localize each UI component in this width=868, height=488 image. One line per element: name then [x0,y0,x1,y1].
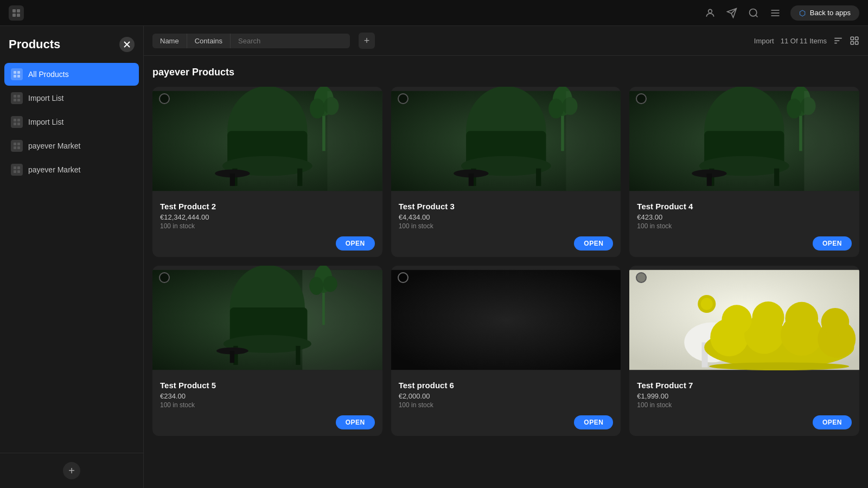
product-image-svg-p7 [629,266,859,374]
product-stock-p3: 100 in stock [399,222,614,230]
svg-rect-18 [14,95,16,98]
product-info-p4: Test Product 4 €423.00 100 in stock [629,195,859,236]
open-product-button-p6[interactable]: OPEN [574,415,613,429]
product-stock-p7: 100 in stock [637,401,852,409]
search-icon[interactable] [747,7,760,20]
sidebar: Products All Products [0,26,144,488]
sidebar-title: Products [9,37,60,52]
svg-rect-30 [14,166,16,169]
filter-group: Name Contains [152,34,350,48]
product-stock-p4: 100 in stock [637,222,852,230]
toolbar-right: Import 11 Of 11 Items [754,36,859,46]
sidebar-footer: + [0,453,143,488]
sidebar-header: Products [0,26,143,61]
import-button[interactable]: Import [754,37,774,45]
product-card-p5[interactable]: Test Product 5 €234.00 100 in stock OPEN [152,266,382,436]
product-card-p6[interactable]: Test product 6 €2,000.00 100 in stock OP… [391,266,621,436]
svg-rect-38 [856,37,858,40]
product-card-p2[interactable]: Test Product 2 €12,342,444.00 100 in sto… [152,87,382,257]
svg-rect-32 [14,170,16,173]
svg-point-109 [752,301,784,333]
sidebar-item-label: All Products [28,70,69,79]
content-area: Name Contains + Import 11 Of 11 Items [144,26,868,488]
product-image-p6 [391,266,621,374]
product-name-p3: Test Product 3 [399,202,614,211]
svg-rect-19 [17,95,20,98]
open-product-button-p4[interactable]: OPEN [813,236,852,251]
svg-point-7 [749,9,756,16]
svg-rect-82 [805,91,859,191]
svg-rect-47 [297,169,302,186]
menu-icon[interactable] [769,7,782,20]
sort-button[interactable] [833,36,843,46]
product-checkbox-p6[interactable] [398,272,409,283]
open-product-button-p5[interactable]: OPEN [336,415,375,429]
svg-rect-98 [391,270,621,370]
svg-rect-22 [14,119,16,121]
product-info-p7: Test Product 7 €1,999.00 100 in stock [629,374,859,415]
svg-rect-31 [17,166,20,169]
sidebar-item-import-list-2[interactable]: Import List [4,111,139,133]
product-name-p6: Test product 6 [399,381,614,390]
sidebar-item-all-products[interactable]: All Products [4,63,139,86]
back-to-apps-button[interactable]: ⬡ Back to apps [790,5,859,21]
product-stock-p6: 100 in stock [399,401,614,409]
product-image-p4 [629,87,859,195]
products-grid: Test Product 2 €12,342,444.00 100 in sto… [152,87,859,436]
svg-point-94 [323,276,337,292]
product-name-p2: Test Product 2 [160,202,375,211]
user-icon[interactable] [704,7,717,20]
grid-view-button[interactable] [850,36,859,46]
svg-rect-14 [14,71,16,74]
open-product-button-p3[interactable]: OPEN [574,236,613,251]
product-info-p2: Test Product 2 €12,342,444.00 100 in sto… [152,195,382,236]
products-container: payever Products [144,56,868,488]
sidebar-item-import-list-1[interactable]: Import List [4,87,139,110]
product-footer-p2: OPEN [152,236,382,257]
product-image-svg-p6 [391,266,621,374]
filter-name-tag[interactable]: Name [152,34,187,48]
product-info-p3: Test Product 3 €4,434.00 100 in stock [391,195,621,236]
add-collection-button[interactable]: + [63,462,80,479]
payever-market-2-icon [11,164,23,176]
product-stock-p5: 100 in stock [160,401,375,409]
svg-point-112 [710,362,850,370]
items-count: 11 Of 11 Items [781,37,827,45]
close-sidebar-button[interactable] [119,37,135,52]
filter-contains-tag[interactable]: Contains [187,34,231,48]
svg-rect-2 [12,14,16,17]
svg-rect-68 [566,91,621,191]
svg-rect-27 [17,143,20,145]
product-card-p7[interactable]: Test Product 7 €1,999.00 100 in stock OP… [629,266,859,436]
import-list-1-icon [11,92,23,104]
product-checkbox-p2[interactable] [159,93,170,104]
sidebar-item-label: payever Market [28,165,80,174]
open-product-button-p2[interactable]: OPEN [336,236,375,251]
product-checkbox-p3[interactable] [398,93,409,104]
sidebar-item-payever-market-2[interactable]: payever Market [4,158,139,181]
product-image-p5 [152,266,382,374]
svg-point-108 [722,305,752,335]
product-image-svg-p3 [391,87,621,195]
product-card-p4[interactable]: Test Product 4 €423.00 100 in stock OPEN [629,87,859,257]
open-product-button-p7[interactable]: OPEN [813,415,852,429]
product-price-p5: €234.00 [160,392,375,400]
sidebar-item-payever-market-1[interactable]: payever Market [4,134,139,157]
payever-market-1-icon [11,140,23,152]
svg-rect-21 [17,99,20,101]
svg-rect-96 [230,351,234,363]
search-input[interactable] [231,34,350,48]
back-icon: ⬡ [799,9,806,17]
svg-rect-0 [12,9,16,12]
product-price-p6: €2,000.00 [399,392,614,400]
product-info-p6: Test product 6 €2,000.00 100 in stock [391,374,621,415]
section-title: payever Products [152,67,859,78]
product-checkbox-p5[interactable] [159,272,170,283]
svg-rect-40 [856,42,858,44]
add-filter-button[interactable]: + [359,33,375,49]
svg-rect-29 [17,146,20,149]
product-price-p4: €423.00 [637,213,852,221]
svg-rect-20 [14,99,16,101]
product-card-p3[interactable]: Test Product 3 €4,434.00 100 in stock OP… [391,87,621,257]
send-icon[interactable] [725,7,738,20]
